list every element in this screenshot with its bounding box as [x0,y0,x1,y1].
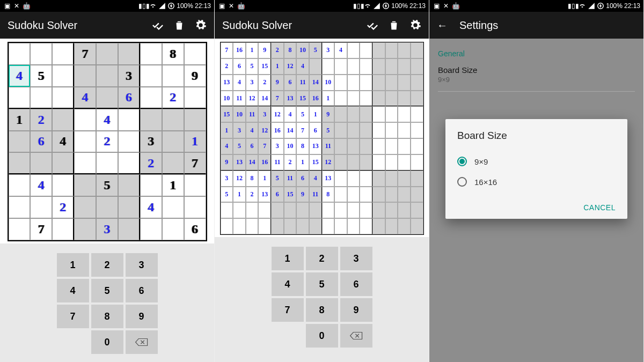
sudoku-cell[interactable] [360,75,372,91]
sudoku-cell[interactable]: 7 [296,122,309,138]
sudoku-cell[interactable]: 3 [322,42,335,58]
sudoku-cell[interactable]: 13 [221,75,233,91]
sudoku-cell[interactable]: 16 [258,154,271,171]
sudoku-cell[interactable] [184,196,206,218]
sudoku-cell[interactable]: 6 [309,122,322,138]
sudoku-cell[interactable] [347,154,360,171]
key-3[interactable]: 3 [126,253,158,277]
sudoku-cell[interactable] [140,174,162,196]
sudoku-cell[interactable] [118,109,140,131]
cancel-button[interactable]: CANCEL [583,203,616,212]
sudoku-cell[interactable] [360,154,372,171]
sudoku-cell[interactable] [140,87,162,109]
sudoku-cell[interactable] [360,187,372,203]
sudoku-cell[interactable]: 3 [246,75,259,91]
sudoku-cell[interactable] [9,43,31,65]
sudoku-cell[interactable] [347,42,360,58]
sudoku-cell[interactable] [221,218,233,234]
sudoku-cell[interactable] [322,202,335,218]
sudoku-cell[interactable] [360,58,372,75]
sudoku-cell[interactable] [385,106,398,122]
sudoku-cell[interactable] [398,75,411,91]
sudoku-cell[interactable] [372,218,385,234]
key-5[interactable]: 5 [306,272,338,296]
sudoku-cell[interactable]: 4 [334,42,347,58]
sudoku-cell[interactable] [52,109,74,131]
sudoku-cell[interactable]: 4 [309,171,322,187]
sudoku-cell[interactable] [411,58,423,75]
sudoku-cell[interactable] [398,138,411,154]
sudoku-cell[interactable] [52,174,74,196]
sudoku-cell[interactable] [347,75,360,91]
sudoku-cell[interactable]: 11 [246,106,259,122]
key-0[interactable]: 0 [306,324,338,348]
sudoku-cell[interactable]: 2 [221,58,233,75]
sudoku-cell[interactable]: 15 [221,106,233,122]
sudoku-cell[interactable] [162,218,184,240]
key-3[interactable]: 3 [340,247,372,270]
sudoku-cell[interactable] [372,106,385,122]
sudoku-cell[interactable] [140,65,162,87]
sudoku-cell[interactable] [360,122,372,138]
sudoku-cell[interactable]: 7 [184,152,206,174]
sudoku-cell[interactable]: 16 [309,91,322,107]
sudoku-cell[interactable]: 12 [284,58,297,75]
sudoku-cell[interactable] [162,65,184,87]
sudoku-cell[interactable]: 1 [258,171,271,187]
sudoku-cell[interactable] [162,196,184,218]
sudoku-cell[interactable] [385,91,398,107]
settings-icon[interactable] [409,19,421,31]
sudoku-cell[interactable] [385,202,398,218]
sudoku-cell[interactable] [385,75,398,91]
sudoku-cell[interactable]: 6 [296,171,309,187]
sudoku-cell[interactable] [118,131,140,153]
sudoku-cell[interactable]: 11 [296,75,309,91]
sudoku-cell[interactable] [334,58,347,75]
sudoku-cell[interactable]: 16 [233,42,246,58]
sudoku-cell[interactable]: 5 [96,174,118,196]
sudoku-cell[interactable] [385,122,398,138]
sudoku-cell[interactable]: 13 [258,187,271,203]
sudoku-cell[interactable] [411,138,423,154]
sudoku-cell[interactable] [296,202,309,218]
sudoku-cell[interactable]: 4 [284,106,297,122]
sudoku-cell[interactable]: 4 [221,138,233,154]
key-6[interactable]: 6 [126,279,158,302]
sudoku-cell[interactable] [30,87,52,109]
key-8[interactable]: 8 [91,305,123,328]
sudoku-cell[interactable]: 7 [271,91,284,107]
sudoku-cell[interactable]: 15 [296,91,309,107]
sudoku-cell[interactable]: 2 [52,196,74,218]
sudoku-cell[interactable] [140,109,162,131]
key-5[interactable]: 5 [91,279,123,302]
sudoku-cell[interactable]: 2 [246,187,259,203]
sudoku-cell[interactable]: 10 [322,75,335,91]
sudoku-cell[interactable]: 3 [271,138,284,154]
sudoku-cell[interactable] [372,187,385,203]
sudoku-cell[interactable] [9,174,31,196]
sudoku-cell[interactable] [411,42,423,58]
sudoku-cell[interactable] [334,218,347,234]
sudoku-cell[interactable] [372,171,385,187]
sudoku-cell[interactable] [30,43,52,65]
sudoku-cell[interactable] [309,202,322,218]
sudoku-cell[interactable]: 4 [233,75,246,91]
key-backspace[interactable] [340,324,372,348]
radio-option-9x9[interactable]: 9×9 [457,151,616,172]
sudoku-cell[interactable]: 9 [271,75,284,91]
sudoku-cell[interactable] [246,202,259,218]
sudoku-cell[interactable] [96,43,118,65]
sudoku-cell[interactable] [372,42,385,58]
sudoku-cell[interactable] [398,106,411,122]
sudoku-cell[interactable] [233,202,246,218]
delete-icon[interactable] [388,19,400,31]
sudoku-cell[interactable] [118,218,140,240]
sudoku-cell[interactable] [411,106,423,122]
sudoku-cell[interactable] [74,196,96,218]
key-9[interactable]: 9 [340,298,372,322]
sudoku-cell[interactable] [360,218,372,234]
sudoku-cell[interactable]: 13 [322,171,335,187]
sudoku-cell[interactable]: 9 [258,42,271,58]
sudoku-cell[interactable] [74,131,96,153]
sudoku-cell[interactable] [322,218,335,234]
